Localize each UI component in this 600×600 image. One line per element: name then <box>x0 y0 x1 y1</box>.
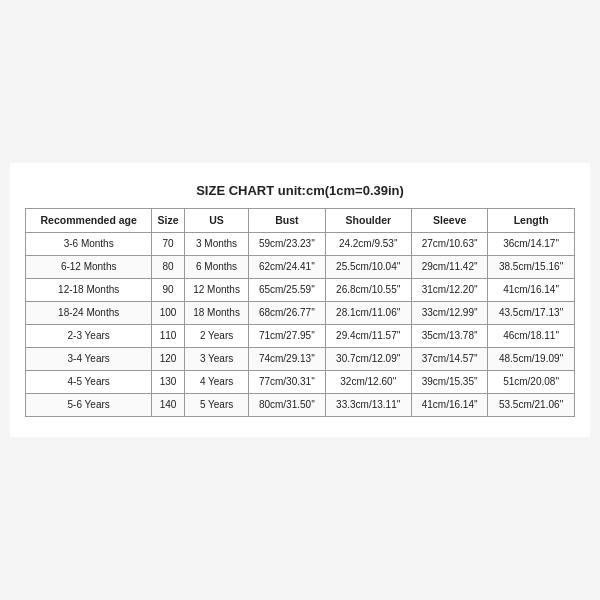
table-cell: 6-12 Months <box>26 255 152 278</box>
table-cell: 53.5cm/21.06'' <box>488 393 575 416</box>
table-row: 5-6 Years1405 Years80cm/31.50''33.3cm/13… <box>26 393 575 416</box>
column-header: Shoulder <box>325 209 412 233</box>
table-row: 4-5 Years1304 Years77cm/30.31''32cm/12.6… <box>26 370 575 393</box>
column-header: Recommended age <box>26 209 152 233</box>
table-cell: 70 <box>152 232 184 255</box>
table-cell: 51cm/20.08'' <box>488 370 575 393</box>
table-cell: 6 Months <box>184 255 249 278</box>
table-cell: 31cm/12.20'' <box>412 278 488 301</box>
column-header: US <box>184 209 249 233</box>
column-header: Bust <box>249 209 325 233</box>
table-cell: 4 Years <box>184 370 249 393</box>
column-header: Sleeve <box>412 209 488 233</box>
table-cell: 12-18 Months <box>26 278 152 301</box>
table-cell: 32cm/12.60'' <box>325 370 412 393</box>
table-cell: 35cm/13.78'' <box>412 324 488 347</box>
table-cell: 5-6 Years <box>26 393 152 416</box>
size-chart-table: Recommended ageSizeUSBustShoulderSleeveL… <box>25 208 575 417</box>
table-cell: 110 <box>152 324 184 347</box>
table-row: 2-3 Years1102 Years71cm/27.95''29.4cm/11… <box>26 324 575 347</box>
table-cell: 3-6 Months <box>26 232 152 255</box>
table-cell: 36cm/14.17'' <box>488 232 575 255</box>
table-cell: 3-4 Years <box>26 347 152 370</box>
table-cell: 74cm/29.13'' <box>249 347 325 370</box>
table-cell: 29cm/11.42'' <box>412 255 488 278</box>
table-cell: 37cm/14.57'' <box>412 347 488 370</box>
table-cell: 12 Months <box>184 278 249 301</box>
size-chart-container: SIZE CHART unit:cm(1cm=0.39in) Recommend… <box>10 163 590 437</box>
table-header-row: Recommended ageSizeUSBustShoulderSleeveL… <box>26 209 575 233</box>
table-cell: 3 Months <box>184 232 249 255</box>
table-cell: 5 Years <box>184 393 249 416</box>
table-cell: 2 Years <box>184 324 249 347</box>
table-cell: 39cm/15.35'' <box>412 370 488 393</box>
table-cell: 4-5 Years <box>26 370 152 393</box>
table-cell: 18-24 Months <box>26 301 152 324</box>
table-cell: 41cm/16.14'' <box>412 393 488 416</box>
table-row: 3-4 Years1203 Years74cm/29.13''30.7cm/12… <box>26 347 575 370</box>
table-cell: 41cm/16.14'' <box>488 278 575 301</box>
table-cell: 71cm/27.95'' <box>249 324 325 347</box>
table-cell: 26.8cm/10.55'' <box>325 278 412 301</box>
column-header: Size <box>152 209 184 233</box>
table-cell: 3 Years <box>184 347 249 370</box>
table-cell: 30.7cm/12.09'' <box>325 347 412 370</box>
table-cell: 120 <box>152 347 184 370</box>
table-cell: 90 <box>152 278 184 301</box>
table-cell: 48.5cm/19.09'' <box>488 347 575 370</box>
table-row: 3-6 Months703 Months59cm/23.23''24.2cm/9… <box>26 232 575 255</box>
chart-title: SIZE CHART unit:cm(1cm=0.39in) <box>25 183 575 198</box>
table-cell: 62cm/24.41'' <box>249 255 325 278</box>
table-cell: 140 <box>152 393 184 416</box>
table-cell: 18 Months <box>184 301 249 324</box>
table-cell: 2-3 Years <box>26 324 152 347</box>
table-cell: 130 <box>152 370 184 393</box>
table-cell: 25.5cm/10.04'' <box>325 255 412 278</box>
table-cell: 29.4cm/11.57'' <box>325 324 412 347</box>
table-cell: 80cm/31.50'' <box>249 393 325 416</box>
table-cell: 28.1cm/11.06'' <box>325 301 412 324</box>
table-cell: 100 <box>152 301 184 324</box>
table-cell: 59cm/23.23'' <box>249 232 325 255</box>
table-cell: 46cm/18.11'' <box>488 324 575 347</box>
table-cell: 38.5cm/15.16'' <box>488 255 575 278</box>
table-row: 12-18 Months9012 Months65cm/25.59''26.8c… <box>26 278 575 301</box>
table-cell: 77cm/30.31'' <box>249 370 325 393</box>
table-cell: 80 <box>152 255 184 278</box>
column-header: Length <box>488 209 575 233</box>
table-row: 18-24 Months10018 Months68cm/26.77''28.1… <box>26 301 575 324</box>
table-row: 6-12 Months806 Months62cm/24.41''25.5cm/… <box>26 255 575 278</box>
table-cell: 33cm/12.99'' <box>412 301 488 324</box>
table-cell: 43.5cm/17.13'' <box>488 301 575 324</box>
table-cell: 33.3cm/13.11'' <box>325 393 412 416</box>
table-cell: 65cm/25.59'' <box>249 278 325 301</box>
table-cell: 27cm/10.63'' <box>412 232 488 255</box>
table-cell: 24.2cm/9.53'' <box>325 232 412 255</box>
table-cell: 68cm/26.77'' <box>249 301 325 324</box>
